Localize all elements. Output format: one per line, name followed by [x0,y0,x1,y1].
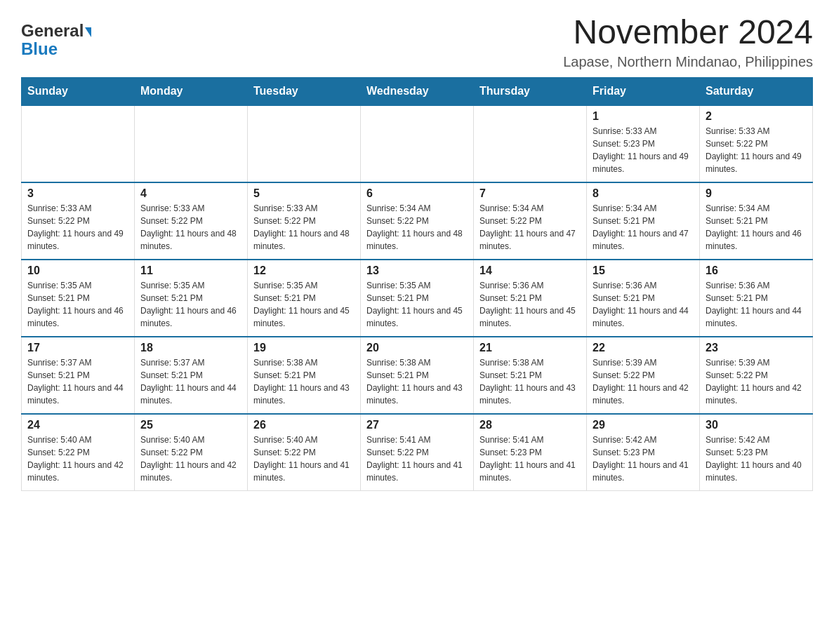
day-info: Sunrise: 5:33 AM Sunset: 5:22 PM Dayligh… [706,125,807,175]
calendar-cell: 25Sunrise: 5:40 AM Sunset: 5:22 PM Dayli… [135,414,248,491]
day-number: 5 [253,187,355,200]
day-number: 17 [27,342,128,354]
day-info: Sunrise: 5:38 AM Sunset: 5:21 PM Dayligh… [253,356,355,407]
calendar-header: SundayMondayTuesdayWednesdayThursdayFrid… [22,77,813,105]
day-info: Sunrise: 5:40 AM Sunset: 5:22 PM Dayligh… [27,434,128,484]
day-number: 8 [593,187,694,200]
day-info: Sunrise: 5:39 AM Sunset: 5:22 PM Dayligh… [593,356,694,407]
calendar-cell: 22Sunrise: 5:39 AM Sunset: 5:22 PM Dayli… [587,337,700,414]
calendar-cell: 28Sunrise: 5:41 AM Sunset: 5:23 PM Dayli… [474,414,587,491]
day-number: 20 [366,342,468,354]
calendar-cell: 12Sunrise: 5:35 AM Sunset: 5:21 PM Dayli… [248,260,361,337]
day-number: 30 [706,419,807,431]
calendar-week-row: 17Sunrise: 5:37 AM Sunset: 5:21 PM Dayli… [22,337,813,414]
calendar-cell: 18Sunrise: 5:37 AM Sunset: 5:21 PM Dayli… [135,337,248,414]
day-number: 7 [479,187,581,200]
weekday-header-row: SundayMondayTuesdayWednesdayThursdayFrid… [22,77,813,105]
day-number: 9 [706,187,807,200]
day-number: 4 [140,187,241,200]
day-number: 23 [706,342,807,354]
day-info: Sunrise: 5:38 AM Sunset: 5:21 PM Dayligh… [366,356,468,407]
calendar-cell: 24Sunrise: 5:40 AM Sunset: 5:22 PM Dayli… [22,414,135,491]
calendar-cell: 16Sunrise: 5:36 AM Sunset: 5:21 PM Dayli… [700,260,813,337]
calendar-cell [474,105,587,182]
day-number: 3 [27,187,128,200]
calendar-cell [248,105,361,182]
day-number: 25 [140,419,241,431]
calendar-title-area: November 2024 Lapase, Northern Mindanao,… [563,14,813,70]
calendar-subtitle: Lapase, Northern Mindanao, Philippines [563,54,813,70]
calendar-cell: 17Sunrise: 5:37 AM Sunset: 5:21 PM Dayli… [22,337,135,414]
day-number: 26 [253,419,355,431]
day-info: Sunrise: 5:36 AM Sunset: 5:21 PM Dayligh… [593,279,694,330]
day-info: Sunrise: 5:42 AM Sunset: 5:23 PM Dayligh… [706,434,807,484]
day-number: 1 [593,110,694,123]
calendar-cell: 11Sunrise: 5:35 AM Sunset: 5:21 PM Dayli… [135,260,248,337]
day-info: Sunrise: 5:33 AM Sunset: 5:22 PM Dayligh… [253,202,355,253]
day-info: Sunrise: 5:41 AM Sunset: 5:23 PM Dayligh… [479,434,581,484]
calendar-cell [361,105,474,182]
logo-general: General [21,21,84,40]
calendar-cell: 5Sunrise: 5:33 AM Sunset: 5:22 PM Daylig… [248,182,361,260]
calendar-cell: 1Sunrise: 5:33 AM Sunset: 5:23 PM Daylig… [587,105,700,182]
calendar-cell: 4Sunrise: 5:33 AM Sunset: 5:22 PM Daylig… [135,182,248,260]
logo-text: General [21,21,91,41]
calendar-cell: 9Sunrise: 5:34 AM Sunset: 5:21 PM Daylig… [700,182,813,260]
day-info: Sunrise: 5:39 AM Sunset: 5:22 PM Dayligh… [706,356,807,407]
day-info: Sunrise: 5:33 AM Sunset: 5:22 PM Dayligh… [27,202,128,253]
day-number: 29 [593,419,694,431]
day-number: 6 [366,187,468,200]
logo: General Blue [21,14,91,59]
calendar-cell [22,105,135,182]
day-number: 15 [593,264,694,277]
logo-triangle-icon [85,27,91,37]
day-number: 10 [27,264,128,277]
day-info: Sunrise: 5:35 AM Sunset: 5:21 PM Dayligh… [253,279,355,330]
calendar-week-row: 10Sunrise: 5:35 AM Sunset: 5:21 PM Dayli… [22,260,813,337]
calendar-cell: 29Sunrise: 5:42 AM Sunset: 5:23 PM Dayli… [587,414,700,491]
weekday-sunday: Sunday [22,77,135,105]
day-number: 24 [27,419,128,431]
calendar-cell: 30Sunrise: 5:42 AM Sunset: 5:23 PM Dayli… [700,414,813,491]
calendar-cell: 26Sunrise: 5:40 AM Sunset: 5:22 PM Dayli… [248,414,361,491]
calendar-cell [135,105,248,182]
day-info: Sunrise: 5:35 AM Sunset: 5:21 PM Dayligh… [140,279,241,330]
day-info: Sunrise: 5:42 AM Sunset: 5:23 PM Dayligh… [593,434,694,484]
day-number: 12 [253,264,355,277]
calendar-cell: 14Sunrise: 5:36 AM Sunset: 5:21 PM Dayli… [474,260,587,337]
weekday-thursday: Thursday [474,77,587,105]
day-number: 14 [479,264,581,277]
day-number: 11 [140,264,241,277]
day-number: 22 [593,342,694,354]
calendar-cell: 10Sunrise: 5:35 AM Sunset: 5:21 PM Dayli… [22,260,135,337]
day-info: Sunrise: 5:34 AM Sunset: 5:22 PM Dayligh… [479,202,581,253]
calendar-week-row: 1Sunrise: 5:33 AM Sunset: 5:23 PM Daylig… [22,105,813,182]
calendar-cell: 20Sunrise: 5:38 AM Sunset: 5:21 PM Dayli… [361,337,474,414]
calendar-cell: 27Sunrise: 5:41 AM Sunset: 5:22 PM Dayli… [361,414,474,491]
calendar-week-row: 3Sunrise: 5:33 AM Sunset: 5:22 PM Daylig… [22,182,813,260]
day-number: 21 [479,342,581,354]
day-info: Sunrise: 5:35 AM Sunset: 5:21 PM Dayligh… [366,279,468,330]
calendar-cell: 3Sunrise: 5:33 AM Sunset: 5:22 PM Daylig… [22,182,135,260]
calendar-cell: 7Sunrise: 5:34 AM Sunset: 5:22 PM Daylig… [474,182,587,260]
calendar-cell: 13Sunrise: 5:35 AM Sunset: 5:21 PM Dayli… [361,260,474,337]
day-info: Sunrise: 5:34 AM Sunset: 5:22 PM Dayligh… [366,202,468,253]
day-number: 2 [706,110,807,123]
day-info: Sunrise: 5:34 AM Sunset: 5:21 PM Dayligh… [593,202,694,253]
calendar-cell: 2Sunrise: 5:33 AM Sunset: 5:22 PM Daylig… [700,105,813,182]
day-info: Sunrise: 5:36 AM Sunset: 5:21 PM Dayligh… [479,279,581,330]
weekday-friday: Friday [587,77,700,105]
day-info: Sunrise: 5:40 AM Sunset: 5:22 PM Dayligh… [253,434,355,484]
day-info: Sunrise: 5:33 AM Sunset: 5:22 PM Dayligh… [140,202,241,253]
day-info: Sunrise: 5:37 AM Sunset: 5:21 PM Dayligh… [27,356,128,407]
calendar-cell: 6Sunrise: 5:34 AM Sunset: 5:22 PM Daylig… [361,182,474,260]
weekday-monday: Monday [135,77,248,105]
weekday-saturday: Saturday [700,77,813,105]
day-info: Sunrise: 5:41 AM Sunset: 5:22 PM Dayligh… [366,434,468,484]
calendar-body: 1Sunrise: 5:33 AM Sunset: 5:23 PM Daylig… [22,105,813,491]
day-number: 28 [479,419,581,431]
day-number: 27 [366,419,468,431]
day-number: 19 [253,342,355,354]
calendar-cell: 8Sunrise: 5:34 AM Sunset: 5:21 PM Daylig… [587,182,700,260]
weekday-tuesday: Tuesday [248,77,361,105]
